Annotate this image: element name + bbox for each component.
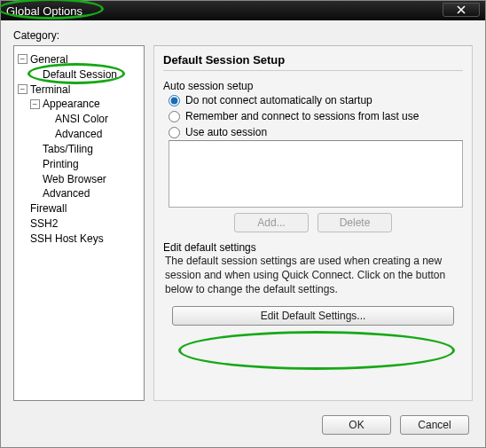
panel-title: Default Session Setup — [163, 53, 463, 71]
window-title: Global Options — [6, 4, 82, 18]
tree-label: Advanced — [55, 128, 102, 140]
auto-session-list[interactable] — [169, 140, 463, 208]
tree-terminal[interactable]: −Terminal — [18, 82, 140, 97]
ok-button[interactable]: OK — [322, 415, 391, 435]
tree-label: Terminal — [30, 83, 70, 95]
add-button[interactable]: Add... — [234, 213, 309, 232]
collapse-icon[interactable]: − — [30, 99, 40, 109]
radio-do-not-connect[interactable]: Do not connect automatically on startup — [163, 92, 463, 108]
radio-label: Use auto session — [185, 126, 267, 138]
tree-web-browser[interactable]: Web Browser — [30, 171, 140, 186]
tree-label: Appearance — [43, 98, 100, 110]
radio-remember[interactable]: Remember and connect to sessions from la… — [163, 108, 463, 124]
edit-default-group: Edit default settings The default sessio… — [163, 241, 463, 326]
collapse-icon[interactable]: − — [18, 84, 27, 94]
tree-label: Web Browser — [43, 172, 106, 185]
tree-label: Advanced — [43, 187, 90, 200]
tree-label: SSH2 — [30, 217, 58, 230]
tree-label: Default Session — [43, 68, 117, 81]
delete-button[interactable]: Delete — [317, 213, 392, 232]
tree-label: Tabs/Tiling — [43, 143, 93, 155]
cancel-button[interactable]: Cancel — [400, 415, 469, 435]
category-label: Category: — [13, 29, 473, 42]
tree-ansi-color[interactable]: ANSI Color — [43, 111, 140, 126]
collapse-icon[interactable]: − — [18, 54, 27, 64]
tree-default-session[interactable]: Default Session — [30, 67, 140, 82]
category-tree[interactable]: −General Default Session −Terminal −Appe… — [13, 45, 145, 401]
radio-label: Remember and connect to sessions from la… — [185, 110, 419, 122]
tree-label: SSH Host Keys — [30, 232, 104, 245]
tree-label: ANSI Color — [55, 113, 108, 125]
auto-session-group: Auto session setup Do not connect automa… — [163, 80, 463, 232]
auto-session-buttons: Add... Delete — [163, 213, 463, 232]
tree-printing[interactable]: Printing — [30, 156, 140, 171]
close-button[interactable] — [443, 3, 480, 17]
client-area: Category: −General Default Session −Term… — [1, 20, 485, 447]
tree-ssh2[interactable]: SSH2 — [18, 216, 140, 231]
edit-default-settings-button[interactable]: Edit Default Settings... — [172, 306, 454, 326]
tree-advanced-appearance[interactable]: Advanced — [43, 126, 140, 141]
radio-input[interactable] — [169, 127, 180, 138]
tree-label: General — [30, 53, 68, 66]
dialog-buttons: OK Cancel — [322, 415, 469, 435]
close-icon — [457, 5, 466, 14]
dialog-window: Global Options Category: −General Defaul… — [0, 0, 486, 448]
tree-appearance[interactable]: −Appearance — [30, 96, 140, 111]
tree-firewall[interactable]: Firewall — [18, 200, 140, 216]
radio-label: Do not connect automatically on startup — [185, 94, 372, 106]
tree-label: Printing — [43, 158, 79, 170]
settings-panel: Default Session Setup Auto session setup… — [153, 45, 473, 401]
edit-default-label: Edit default settings — [163, 241, 463, 254]
tree-general[interactable]: −General — [18, 51, 140, 67]
radio-use-auto[interactable]: Use auto session — [163, 124, 463, 140]
radio-input[interactable] — [169, 111, 180, 122]
tree-advanced-terminal[interactable]: Advanced — [30, 185, 140, 200]
titlebar: Global Options — [1, 1, 485, 20]
tree-label: Firewall — [30, 202, 67, 215]
edit-default-description: The default session settings are used wh… — [163, 254, 463, 303]
radio-input[interactable] — [169, 95, 180, 106]
tree-tabs-tiling[interactable]: Tabs/Tiling — [30, 141, 140, 156]
auto-session-label: Auto session setup — [163, 80, 463, 92]
layout: −General Default Session −Terminal −Appe… — [13, 45, 473, 401]
tree-ssh-host-keys[interactable]: SSH Host Keys — [18, 231, 140, 246]
